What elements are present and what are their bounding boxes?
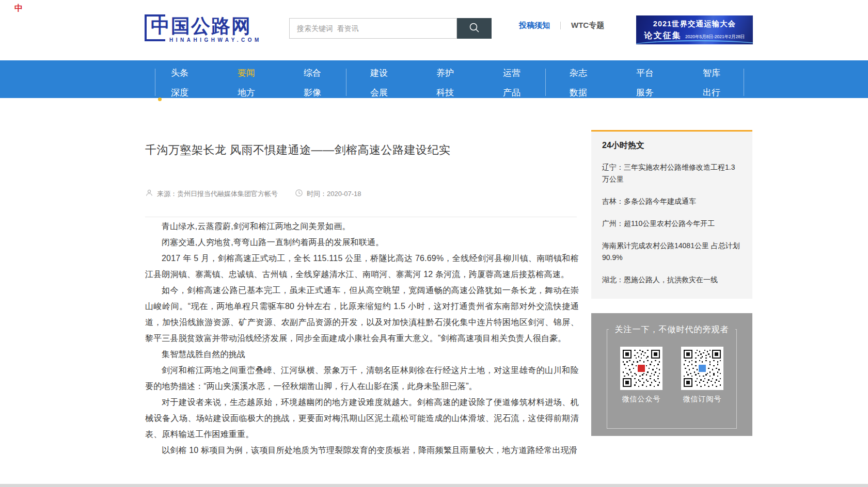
hot-article-link[interactable]: 辽宁：三年实施农村公路维修改造工程1.3万公里 (602, 161, 741, 185)
person-icon (145, 189, 157, 199)
nav-col-construction: 建设 会展 (356, 60, 402, 99)
nav-divider (155, 69, 155, 96)
nav-item-toutiao[interactable]: 头条 (156, 67, 203, 79)
wechat-follow-box: 关注一下，不做时代的旁观者 (591, 313, 752, 436)
nav-divider (545, 69, 546, 96)
logo-subtitle: HINAHIGHWAY.COM (169, 37, 262, 43)
article-body: 青山绿水,云蒸霞蔚,剑河和榕江两地之间美景如画。 闭塞交通,人穷地贫,弯弯山路一… (145, 218, 579, 482)
bottom-strip (0, 484, 868, 487)
hot-articles-box: 24小时热文 辽宁：三年实施农村公路维修改造工程1.3万公里 吉林：多条公路今年… (591, 130, 752, 299)
time-text: 时间：2020-07-18 (307, 189, 361, 199)
search-icon (468, 22, 481, 36)
banner-dates: 2020年5月8日-2021年2月28日 (685, 34, 745, 39)
hot-article-link[interactable]: 广州：超110公里农村公路今年开工 (602, 218, 741, 230)
nav-col-magazine: 杂志 数据 (555, 60, 602, 99)
article-source: 来源：贵州日报当代融媒体集团官方帐号 (145, 189, 278, 199)
nav-divider (744, 69, 744, 96)
article-paragraph: 剑河和榕江两地之间重峦叠嶂、江河纵横、景象万千，清朝名臣林则徐在行经这片土地，对… (145, 362, 579, 394)
banner-line2: 论文征集 2020年5月8日-2021年2月28日 (636, 30, 753, 41)
article-paragraph: 以剑榕 10 标项目为例，该项目所处地质为节理裂隙发育的变质板岩，降雨频繁且雨量… (145, 442, 579, 458)
nav-item-jianshe[interactable]: 建设 (356, 67, 402, 79)
article-divider (145, 217, 577, 217)
hot-article-link[interactable]: 海南累计完成农村公路14081公里 占总计划90.9% (602, 240, 741, 264)
main-nav: 头条 深度 要闻 地方 综合 影像 建设 会展 养护 科技 运营 产品 杂志 数… (0, 60, 868, 98)
follow-title: 关注一下，不做时代的旁观者 (591, 324, 752, 335)
new-dot-icon (158, 98, 162, 101)
nav-item-zhiku[interactable]: 智库 (688, 67, 735, 79)
qr-cell-official-account: 微信公众号 (620, 347, 662, 404)
nav-col-maintenance: 养护 科技 (422, 60, 468, 99)
wtc-conference-banner[interactable]: 2021世界交通运输大会 论文征集 2020年5月8日-2021年2月28日 (636, 15, 753, 44)
banner-call-for-papers: 论文征集 (644, 31, 682, 40)
clock-icon (295, 189, 307, 199)
nav-col-operation: 运营 产品 (488, 60, 535, 99)
article-paragraph: 对于建设者来说，生态越原始，环境越幽闭的地方建设难度就越大。剑榕高速的建设除了便… (145, 394, 579, 442)
nav-item-pingtai[interactable]: 平台 (622, 67, 668, 79)
header-links: 投稿须知 WTC专题 (519, 21, 604, 30)
article-paragraph: 闭塞交通,人穷地贫,弯弯山路一直制约着两县的发展和联通。 (145, 234, 579, 250)
qr-label-official: 微信公众号 (620, 395, 662, 404)
nav-col-platform: 平台 服务 (622, 60, 668, 99)
qr-center-logo-blue (698, 364, 707, 373)
nav-item-shuju[interactable]: 数据 (555, 87, 602, 99)
nav-col-news: 要闻 地方 (223, 60, 270, 99)
hot-article-link[interactable]: 湖北：恩施公路人，抗洪救灾在一线 (602, 274, 741, 286)
search-input[interactable] (289, 18, 457, 39)
nav-divider (346, 69, 346, 96)
article-meta: 来源：贵州日报当代融媒体集团官方帐号 时间：2020-07-18 (145, 189, 579, 200)
article-paragraph: 集智慧战胜自然的挑战 (145, 346, 579, 362)
search-button[interactable] (457, 18, 492, 39)
nav-col-headlines: 头条 深度 (156, 60, 203, 99)
qr-cell-subscription-account: 微信订阅号 (681, 347, 723, 404)
qr-label-subscription: 微信订阅号 (681, 395, 723, 404)
qr-center-logo-red (637, 364, 646, 373)
nav-item-keji[interactable]: 科技 (422, 87, 468, 99)
article-paragraph: 如今，剑榕高速公路已基本完工，虽未正式通车，但从高空眺望，宽阔通畅的高速公路犹如… (145, 282, 579, 346)
article-paragraph: 青山绿水,云蒸霞蔚,剑河和榕江两地之间美景如画。 (145, 218, 579, 234)
nav-col-general: 综合 影像 (289, 60, 336, 99)
qr-row: 微信公众号 (591, 347, 752, 404)
nav-item-yingxiang[interactable]: 影像 (289, 87, 336, 99)
article-time: 时间：2020-07-18 (295, 189, 361, 199)
article-paragraph: 2017 年 5 月，剑榕高速正式动工，全长 115.115 公里，桥隧比高达 … (145, 250, 579, 282)
article-title: 千沟万壑架长龙 风雨不惧建通途——剑榕高速公路建设纪实 (145, 142, 579, 158)
nav-item-yanghu[interactable]: 养护 (422, 67, 468, 79)
nav-item-difang[interactable]: 地方 (223, 87, 270, 99)
hot-article-link[interactable]: 吉林：多条公路今年建成通车 (602, 196, 741, 207)
nav-item-yunying[interactable]: 运营 (488, 67, 535, 79)
nav-item-chuxing[interactable]: 出行 (688, 87, 735, 99)
nav-col-thinktank: 智库 出行 (688, 60, 735, 99)
source-text: 来源：贵州日报当代融媒体集团官方帐号 (157, 189, 278, 199)
submission-notice-link[interactable]: 投稿须知 (519, 21, 550, 30)
page-corner-icon: 中 (14, 3, 23, 14)
site-logo[interactable]: 中国公路网 HINAHIGHWAY.COM (145, 13, 263, 46)
nav-item-zonghe[interactable]: 综合 (289, 67, 336, 79)
banner-line1: 2021世界交通运输大会 (636, 19, 753, 29)
wtc-topic-link[interactable]: WTC专题 (571, 21, 604, 30)
nav-item-shendu[interactable]: 深度 (156, 87, 203, 99)
search-bar (289, 18, 492, 39)
header-links-divider (560, 22, 561, 29)
nav-item-chanpin[interactable]: 产品 (488, 87, 535, 99)
wechat-official-qr-code[interactable] (620, 347, 662, 390)
logo-title: 中国公路网 (151, 13, 251, 39)
nav-item-fuwu[interactable]: 服务 (622, 87, 668, 99)
page: 中 中国公路网 HINAHIGHWAY.COM 投稿须知 WTC专题 2021世… (0, 0, 868, 487)
nav-item-zazhi[interactable]: 杂志 (555, 67, 602, 79)
hot-articles-title: 24小时热文 (602, 140, 741, 151)
nav-item-yaowen-active[interactable]: 要闻 (223, 67, 270, 79)
nav-item-huizhan[interactable]: 会展 (356, 87, 402, 99)
wechat-subscription-qr-code[interactable] (681, 347, 723, 390)
